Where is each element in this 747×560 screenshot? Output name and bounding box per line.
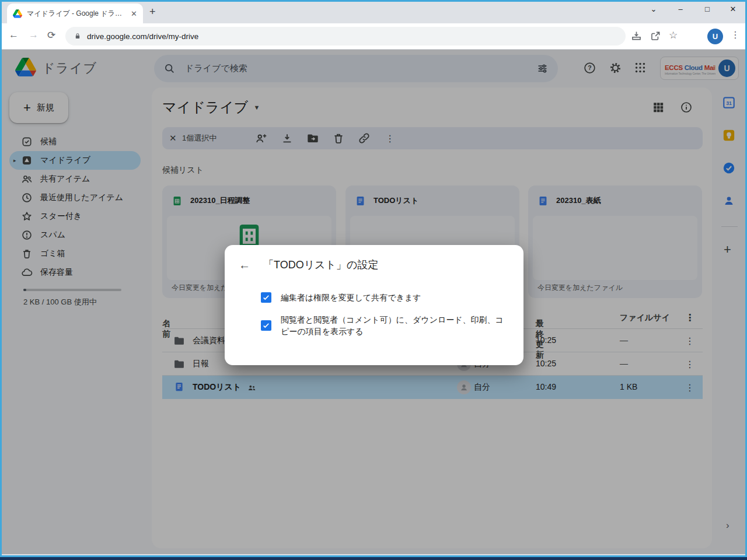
minimize-button[interactable]: – xyxy=(672,5,689,13)
dialog-option: 編集者は権限を変更して共有できます xyxy=(261,292,421,303)
tab-search-icon[interactable]: ⌄ xyxy=(645,5,662,13)
dialog-title: 「TODOリスト」の設定 xyxy=(263,258,378,272)
share-settings-dialog: ← 「TODOリスト」の設定 編集者は権限を変更して共有できます 閲覧者と閲覧者… xyxy=(225,245,523,365)
lock-icon xyxy=(74,32,82,40)
back-button[interactable]: ← xyxy=(9,29,19,41)
address-bar[interactable]: drive.google.com/drive/my-drive xyxy=(65,27,626,46)
drive-page: ドライブ ドライブで検索 ? xyxy=(0,50,747,554)
checkbox-checked[interactable] xyxy=(261,320,271,331)
tab-title: マイドライブ - Google ドライブ xyxy=(27,9,126,19)
checkbox-checked[interactable] xyxy=(261,292,271,303)
browser-profile-avatar[interactable]: U xyxy=(707,29,723,44)
forward-button[interactable]: → xyxy=(29,29,39,41)
browser-toolbar: ← → ⟳ drive.google.com/drive/my-drive ☆ … xyxy=(0,23,747,50)
download-page-icon[interactable] xyxy=(630,30,643,42)
bookmark-star-icon[interactable]: ☆ xyxy=(669,29,678,41)
browser-menu-icon[interactable]: ⋮ xyxy=(731,29,740,40)
close-window-button[interactable]: ✕ xyxy=(724,5,742,13)
option-label: 編集者は権限を変更して共有できます xyxy=(281,292,421,303)
option-label: 閲覧者と閲覧者（コメント可）に、ダウンロード、印刷、コピーの項目を表示する xyxy=(281,314,507,337)
back-arrow-icon[interactable]: ← xyxy=(239,258,250,272)
url-text: drive.google.com/drive/my-drive xyxy=(87,32,198,41)
browser-window: マイドライブ - Google ドライブ ✕ + ⌄ – □ ✕ ← → ⟳ d… xyxy=(0,0,747,557)
new-tab-button[interactable]: + xyxy=(149,6,156,18)
browser-tab[interactable]: マイドライブ - Google ドライブ ✕ xyxy=(7,4,143,23)
maximize-button[interactable]: □ xyxy=(699,5,716,13)
reload-button[interactable]: ⟳ xyxy=(47,29,55,41)
tab-close-icon[interactable]: ✕ xyxy=(131,9,137,18)
tab-strip: マイドライブ - Google ドライブ ✕ + ⌄ – □ ✕ xyxy=(0,0,747,23)
dialog-option: 閲覧者と閲覧者（コメント可）に、ダウンロード、印刷、コピーの項目を表示する xyxy=(261,314,507,337)
share-icon[interactable] xyxy=(650,30,662,42)
drive-favicon-icon xyxy=(13,9,22,18)
